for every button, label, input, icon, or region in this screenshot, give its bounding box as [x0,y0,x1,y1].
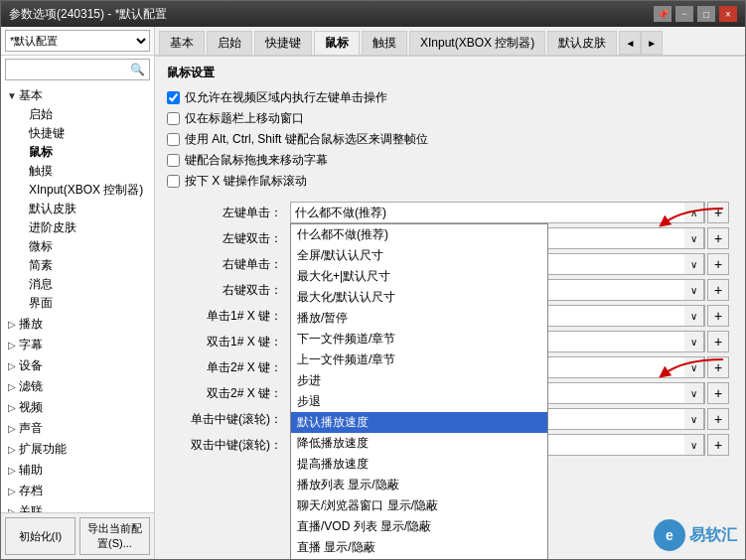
dropdown-item-10[interactable]: 降低播放速度 [291,433,547,454]
export-button[interactable]: 导出当前配置(S)... [79,517,150,555]
sidebar-item-simple[interactable]: 简素 [21,256,154,275]
left-dclick-plus-btn[interactable]: + [707,227,729,249]
dropdown-item-1[interactable]: 全屏/默认认尺寸 [291,245,547,266]
right-click-dropdown-btn[interactable]: ∨ [684,253,704,275]
checkbox-row-2: 使用 Alt, Ctrl, Shift 键配合鼠标选区来调整帧位 [167,131,733,148]
dropdown-item-6[interactable]: 上一文件频道/章节 [291,350,547,370]
dropdown-item-12[interactable]: 播放列表 显示/隐蔽 [291,475,547,495]
tab-basic[interactable]: 基本 [159,31,205,55]
checkbox-3[interactable] [167,154,180,167]
dropdown-item-13[interactable]: 聊天/浏览器窗口 显示/隐蔽 [291,495,547,516]
close-button[interactable]: × [719,6,737,22]
dropdown-item-3[interactable]: 最大化/默认认尺寸 [291,287,547,308]
tree-row-subtitle[interactable]: ▷ 字幕 [1,336,154,354]
scroll-double-dropdown-btn[interactable]: ∨ [684,434,704,456]
dropdown-item-5[interactable]: 下一文件频道/章节 [291,329,547,350]
right-click-plus-btn[interactable]: + [707,253,729,275]
tree-row-playback[interactable]: ▷ 播放 [1,315,154,334]
checkbox-1[interactable] [167,112,180,125]
label-x2-single: 单击2# X 键： [167,354,286,380]
x1-single-plus-btn[interactable]: + [707,305,729,327]
tree-item-subtitle: ▷ 字幕 [1,335,154,355]
tree-row-device[interactable]: ▷ 设备 [1,356,154,375]
maximize-button[interactable]: □ [697,6,715,22]
dropdown-item-4[interactable]: 播放/暂停 [291,308,547,329]
tab-start[interactable]: 启始 [207,31,252,55]
tree-row-video[interactable]: ▷ 视频 [1,398,154,417]
x2-single-plus-btn[interactable]: + [707,356,729,378]
right-dclick-plus-btn[interactable]: + [707,279,729,301]
main-panel: 基本 启始 快捷键 鼠标 触摸 XInput(XBOX 控制器) 默认皮肤 ◄ … [155,27,745,559]
tree-toggle-subtitle: ▷ [5,340,19,350]
left-click-value: 什么都不做(推荐) [291,205,684,221]
sidebar-item-advanced-skin[interactable]: 进阶皮肤 [21,218,154,237]
tab-next-button[interactable]: ► [641,31,663,55]
tree-row-link[interactable]: ▷ 关联 [1,502,154,512]
tab-prev-button[interactable]: ◄ [619,31,641,55]
scroll-single-plus-btn[interactable]: + [707,408,729,430]
tree-item-archive: ▷ 存档 [1,481,154,501]
sidebar-item-touch[interactable]: 触摸 [21,162,154,181]
tab-mouse[interactable]: 鼠标 [314,31,360,57]
dropdown-item-14[interactable]: 直播/VOD 列表 显示/隐蔽 [291,516,547,537]
scroll-single-dropdown-btn[interactable]: ∨ [684,408,704,430]
tree-label-assist: 辅助 [19,462,43,479]
dropdown-item-2[interactable]: 最大化+|默认尺寸 [291,266,547,287]
tab-touch[interactable]: 触摸 [362,31,407,55]
tree-toggle-video: ▷ [5,402,19,413]
minimize-button[interactable]: － [675,6,693,22]
checkbox-0[interactable] [167,91,180,104]
sidebar-item-ui[interactable]: 界面 [21,294,154,313]
x2-single-dropdown-btn[interactable]: ∨ [684,356,704,378]
scroll-double-plus-btn[interactable]: + [707,434,729,456]
sidebar-item-hotkey[interactable]: 快捷键 [21,124,154,143]
tree-row-archive[interactable]: ▷ 存档 [1,482,154,500]
tree-item-video: ▷ 视频 [1,397,154,418]
label-left-click: 左键单击： [167,200,286,225]
dropdown-item-15[interactable]: 直播 显示/隐蔽 [291,537,547,558]
dropdown-item-7[interactable]: 步进 [291,370,547,391]
search-input[interactable] [6,64,126,75]
tree-row-filter[interactable]: ▷ 滤镜 [1,377,154,396]
sidebar-item-mouse[interactable]: 鼠标 [21,143,154,162]
tree-row-extension[interactable]: ▷ 扩展功能 [1,440,154,459]
tab-xinput[interactable]: XInput(XBOX 控制器) [409,31,545,55]
sidebar-item-default-skin[interactable]: 默认皮肤 [21,200,154,218]
checkbox-4[interactable] [167,175,180,188]
profile-select[interactable]: *默认配置 [5,30,150,52]
checkbox-row-0: 仅允许在视频区域内执行左键单击操作 [167,89,733,106]
sidebar-item-message[interactable]: 消息 [21,275,154,294]
checkbox-2[interactable] [167,133,180,146]
search-icon-button[interactable]: 🔍 [126,61,149,78]
left-click-dropdown-btn[interactable]: ∧ [684,202,704,223]
dropdown-item-11[interactable]: 提高播放速度 [291,454,547,475]
tab-hotkey[interactable]: 快捷键 [254,31,312,55]
left-click-plus-btn[interactable]: + [707,202,729,223]
x1-double-dropdown-btn[interactable]: ∨ [684,331,704,352]
dropdown-item-9[interactable]: 默认播放速度 [291,412,547,433]
pin-button[interactable]: 📌 [654,6,671,22]
checkbox-row-3: 键配合鼠标拖拽来移动字幕 [167,152,733,169]
tree-row-basic[interactable]: ▼ 基本 [1,86,154,105]
tab-default-skin[interactable]: 默认皮肤 [547,31,617,55]
dropdown-item-0[interactable]: 什么都不做(推荐) [291,224,547,245]
dropdown-item-8[interactable]: 步退 [291,391,547,412]
x1-double-plus-btn[interactable]: + [707,331,729,352]
x2-double-dropdown-btn[interactable]: ∨ [684,382,704,404]
left-dclick-dropdown-btn[interactable]: ∨ [684,227,704,249]
label-scroll-single: 单击中键(滚轮)： [167,406,286,432]
sidebar-item-xinput[interactable]: XInput(XBOX 控制器) [21,181,154,200]
x1-single-dropdown-btn[interactable]: ∨ [684,305,704,327]
watermark-text: 易软汇 [689,525,737,546]
watermark-icon-text: e [666,527,673,543]
dropdown-item-16[interactable]: 一帧 [291,558,547,559]
tree-row-audio[interactable]: ▷ 声音 [1,419,154,438]
sidebar-item-badge[interactable]: 微标 [21,237,154,256]
sidebar-item-start[interactable]: 启始 [21,105,154,124]
right-dclick-dropdown-btn[interactable]: ∨ [684,279,704,301]
checkbox-label-3: 键配合鼠标拖拽来移动字幕 [185,152,328,169]
x2-double-plus-btn[interactable]: + [707,382,729,404]
title-bar-controls: 📌 － □ × [654,6,737,22]
init-button[interactable]: 初始化(I) [5,517,75,555]
tree-row-assist[interactable]: ▷ 辅助 [1,461,154,480]
